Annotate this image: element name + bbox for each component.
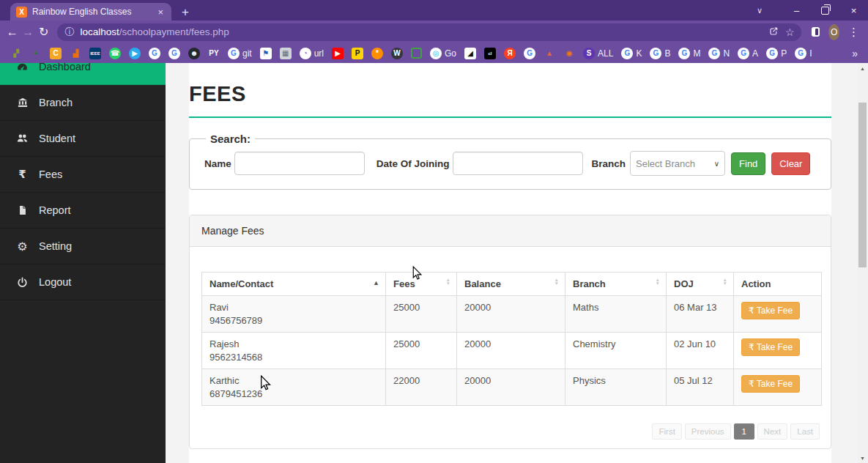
scrollbar-thumb[interactable] — [858, 103, 867, 267]
bookmark-dark-w[interactable]: W — [391, 48, 403, 59]
scroll-up-icon[interactable]: ▲ — [857, 63, 868, 73]
sidebar-item-dashboard[interactable]: Dashboard — [0, 63, 166, 85]
pagination-next[interactable]: Next — [757, 423, 788, 440]
new-tab-button[interactable]: + — [182, 6, 189, 18]
bookmark-cl-black[interactable]: cl — [484, 48, 496, 59]
google-icon: G — [650, 48, 661, 59]
doj-input[interactable] — [453, 152, 583, 175]
sidebar-item-logout[interactable]: Logout — [0, 264, 166, 300]
sidebar-item-student[interactable]: Student — [0, 121, 166, 157]
scroll-down-icon[interactable]: ▼ — [857, 453, 868, 463]
bookmark-duck[interactable]: ◢ — [464, 48, 476, 59]
back-icon[interactable]: ← — [6, 23, 18, 42]
bookmark-gray-tool[interactable]: ▦ — [280, 48, 292, 59]
bookmark-google[interactable]: G — [168, 48, 180, 59]
reload-icon[interactable]: ↻ — [37, 23, 50, 42]
yandex-icon: Я — [504, 48, 516, 59]
bookmark-google[interactable]: G — [149, 48, 160, 59]
bookmark-eye-orange[interactable]: ◉ — [563, 48, 575, 59]
bookmark-ieee[interactable]: IEEE — [89, 48, 101, 59]
bookmark-go-swirl[interactable]: ◎Go — [430, 48, 456, 59]
bookmark-yandex[interactable]: Я — [504, 48, 516, 59]
page-scrollbar[interactable]: ▲ ▼ — [857, 63, 868, 463]
branch-select[interactable]: Select Branch ∨ — [630, 151, 725, 176]
sidebar-item-setting[interactable]: ⚙ Setting — [0, 229, 166, 264]
bookmark-telegram[interactable]: ▶ — [129, 48, 141, 59]
p-yellow-icon: P — [352, 48, 363, 59]
bookmark-label: url — [314, 48, 324, 59]
bookmark-google[interactable]: GP — [766, 48, 787, 59]
bookmarks-overflow-icon[interactable]: » — [847, 48, 858, 59]
bookmark-star-icon[interactable]: ☆ — [785, 26, 795, 38]
bookmark-google[interactable]: GN — [708, 48, 730, 59]
profile-avatar[interactable]: O — [828, 24, 839, 40]
duck-icon: ◢ — [464, 48, 476, 59]
url-bar[interactable]: ⓘ localhost/schoolpayment/fees.php ☆ — [57, 23, 801, 41]
orange-badge-icon: C — [50, 48, 62, 59]
browser-tab[interactable]: X Rainbow English Classes × — [10, 3, 171, 21]
bookmark-camera-orange[interactable]: * — [371, 48, 383, 59]
bookmark-analytics-bars[interactable]: ▟ — [70, 48, 81, 59]
col-branch[interactable]: Branch▲▼ — [565, 273, 667, 296]
sidebar-item-branch[interactable]: Branch — [0, 85, 166, 121]
sidebar-item-report[interactable]: Report — [0, 193, 166, 229]
bookmark-matlab[interactable]: ▲ — [544, 48, 555, 59]
bookmark-s-violet[interactable]: SALL — [583, 48, 613, 59]
bookmark-google[interactable]: GI — [795, 48, 812, 59]
sidebar-item-fees[interactable]: ₹ Fees — [0, 157, 166, 193]
google-icon: G — [228, 48, 240, 59]
s-violet-icon: S — [583, 48, 595, 59]
find-button[interactable]: Find — [731, 152, 765, 175]
bookmark-google[interactable]: G — [524, 48, 535, 59]
doj-label: Date Of Joining — [376, 158, 450, 169]
restore-button[interactable] — [811, 0, 839, 21]
bookmark-github[interactable]: ☻ — [188, 48, 200, 59]
restore-icon — [821, 7, 829, 15]
pagination-page-1[interactable]: 1 — [734, 423, 754, 440]
share-icon[interactable] — [768, 26, 779, 39]
green-ring-icon — [411, 48, 422, 59]
clear-button[interactable]: Clear — [771, 152, 810, 175]
bookmark-green-ring[interactable] — [411, 48, 422, 59]
bookmark-google[interactable]: GA — [738, 48, 758, 59]
bookmark-blue-flag[interactable]: ⚑ — [260, 48, 272, 59]
bookmark-google[interactable]: Ggit — [228, 48, 252, 59]
bookmark-google[interactable]: GM — [678, 48, 700, 59]
chevron-down-icon: ∨ — [714, 160, 719, 168]
pagination-previous[interactable]: Previous — [685, 423, 731, 440]
main-content: FEES Search: Name Date Of Joining Branch… — [166, 63, 857, 463]
take-fee-button[interactable]: ₹ Take Fee — [741, 338, 800, 356]
minimize-button[interactable]: – — [782, 0, 811, 21]
col-name-contact[interactable]: Name/Contact▲ — [202, 273, 386, 296]
tab-close-icon[interactable]: × — [155, 7, 166, 18]
sort-both-icon: ▲▼ — [554, 278, 559, 285]
bookmark-orange-badge[interactable]: C — [50, 48, 62, 59]
bookmark-whatsapp[interactable]: ☎ — [109, 48, 121, 59]
take-fee-button[interactable]: ₹ Take Fee — [741, 375, 800, 393]
name-input[interactable] — [234, 152, 365, 175]
col-doj[interactable]: DOJ▲▼ — [667, 273, 734, 296]
sidebar-item-label: Student — [39, 133, 75, 144]
browser-menu-icon[interactable]: ⋮ — [848, 26, 859, 39]
close-button[interactable]: × — [839, 0, 868, 21]
fees-value: 25000 — [386, 296, 457, 333]
balance-value: 20000 — [457, 369, 565, 406]
bookmark-python-text[interactable]: PY — [208, 48, 220, 59]
bookmark-google[interactable]: GK — [621, 48, 642, 59]
sidebar: Dashboard Branch Student ₹ Fees — [0, 63, 166, 463]
bookmark-google[interactable]: GB — [650, 48, 670, 59]
bookmark-url-tool[interactable]: ◔url — [300, 48, 324, 59]
pagination-last[interactable]: Last — [790, 423, 820, 440]
pagination-first[interactable]: First — [652, 423, 681, 440]
col-fees[interactable]: Fees▲▼ — [386, 273, 457, 296]
bookmark-p-yellow[interactable]: P — [352, 48, 363, 59]
bookmark-youtube[interactable]: ▶ — [332, 48, 344, 59]
side-panel-icon[interactable] — [812, 27, 820, 37]
tab-search-icon[interactable]: ∨ — [747, 0, 772, 21]
take-fee-button[interactable]: ₹ Take Fee — [741, 302, 800, 319]
bookmark-chart-leaf[interactable]: ▞ — [10, 48, 22, 59]
forward-icon[interactable]: → — [21, 23, 34, 42]
bookmark-green-cross[interactable]: + — [30, 48, 42, 59]
col-balance[interactable]: Balance▲▼ — [457, 273, 565, 296]
site-info-icon[interactable]: ⓘ — [64, 26, 74, 39]
